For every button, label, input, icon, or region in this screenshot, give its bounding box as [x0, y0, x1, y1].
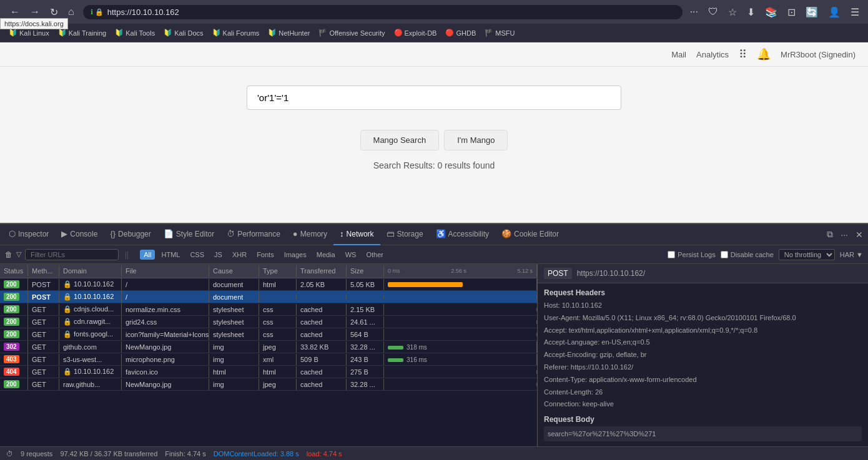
more-button[interactable]: ···: [838, 227, 851, 242]
layout-icon[interactable]: ⊡: [785, 4, 798, 21]
filter-all[interactable]: All: [140, 250, 155, 260]
search-results: Search Results: 0 results found: [373, 160, 495, 170]
kali-docs-icon: 🔰: [164, 29, 172, 37]
kali-training-icon: 🔰: [58, 29, 67, 37]
tab-memory[interactable]: ● Memory: [287, 224, 333, 245]
filter-xhr[interactable]: XHR: [229, 250, 250, 260]
notification-icon[interactable]: 🔔: [757, 47, 771, 61]
tab-inspector[interactable]: ⬡ Inspector: [2, 224, 55, 245]
grid-icon[interactable]: ⠿: [739, 47, 747, 61]
transferred-cell: cached: [297, 316, 347, 328]
bookmark-msfu-label: MSFU: [495, 29, 515, 37]
mango-search-button[interactable]: Mango Search: [360, 130, 440, 150]
clear-icon[interactable]: 🗑: [5, 250, 12, 259]
star-icon[interactable]: ☆: [726, 4, 739, 21]
filter-html[interactable]: HTML: [157, 250, 184, 260]
table-row[interactable]: 200 GET 🔒 cdn.rawgit... grid24.css style…: [0, 316, 537, 328]
library-icon[interactable]: 📚: [762, 4, 780, 21]
table-row[interactable]: 200 GET 🔒 cdnjs.cloud... normalize.min.c…: [0, 303, 537, 316]
network-options: Persist Logs Disable cache No throttling…: [668, 249, 863, 260]
filter-other[interactable]: Other: [362, 250, 387, 260]
table-row[interactable]: 403 GET s3-us-west... microphone.png img…: [0, 353, 537, 366]
file-cell: NewMango.jpg: [122, 379, 209, 390]
user-badge[interactable]: MrR3boot (Signedin): [781, 50, 856, 59]
domain-cell: s3-us-west...: [59, 354, 122, 365]
page-header: Mail Analytics ⠿ 🔔 MrR3boot (Signedin): [0, 42, 868, 67]
bookmark-msfu[interactable]: 🏴 MSFU: [481, 27, 518, 39]
address-bar[interactable]: [107, 7, 675, 17]
bookmark-kali-tools[interactable]: 🔰 Kali Tools: [111, 27, 159, 39]
transferred-cell: 2.05 KB: [297, 279, 347, 290]
table-row[interactable]: 200 GET 🔒 fonts.googl... icon?family=Mat…: [0, 328, 537, 341]
filter-fonts[interactable]: Fonts: [253, 250, 278, 260]
bookmark-kali-forums[interactable]: 🔰 Kali Forums: [209, 27, 264, 39]
table-row[interactable]: 200 GET raw.github... NewMango.jpg img j…: [0, 378, 537, 391]
search-input[interactable]: [247, 86, 621, 110]
network-rows[interactable]: 200 POST 🔒 10.10.10.162 / document html …: [0, 278, 537, 446]
shield-icon[interactable]: 🛡: [706, 4, 721, 20]
memory-icon: ●: [293, 229, 298, 238]
im-mango-button[interactable]: I'm Mango: [444, 130, 508, 150]
status-badge: 302: [4, 343, 19, 351]
bookmark-exploit-db[interactable]: 🔴 Exploit-DB: [390, 27, 441, 39]
filter-ws[interactable]: WS: [342, 250, 360, 260]
request-method-url: POST https://10.10.10.162/: [538, 264, 868, 283]
tab-network[interactable]: ↕ Network: [333, 224, 380, 245]
bookmark-kali-tools-label: Kali Tools: [126, 29, 155, 37]
tab-accessibility[interactable]: ♿ Accessibility: [430, 224, 495, 245]
tab-debugger[interactable]: {} Debugger: [104, 224, 157, 245]
expand-button[interactable]: ⧉: [824, 227, 836, 242]
more-icon[interactable]: ···: [688, 4, 701, 20]
status-badge: 404: [4, 368, 19, 376]
disable-cache-checkbox[interactable]: [721, 251, 728, 258]
analytics-link[interactable]: Analytics: [696, 50, 729, 59]
filter-images[interactable]: Images: [280, 250, 310, 260]
tab-style-editor[interactable]: 📄 Style Editor: [157, 224, 220, 245]
menu-icon[interactable]: ☰: [848, 4, 862, 21]
status-badge: 200: [4, 305, 19, 313]
type-cell: html: [259, 279, 297, 290]
mail-link[interactable]: Mail: [671, 50, 686, 59]
header-content-length: Content-Length: 26: [544, 386, 862, 399]
har-button[interactable]: HAR ▼: [840, 251, 863, 258]
tab-console[interactable]: ▶ Console: [55, 224, 104, 245]
tab-storage[interactable]: 🗃 Storage: [380, 224, 430, 245]
requests-count: 9 requests: [21, 450, 52, 458]
cause-cell: html: [209, 366, 259, 378]
network-filter-input[interactable]: [25, 249, 119, 260]
type-cell: [259, 295, 297, 299]
close-button[interactable]: ✕: [853, 227, 866, 242]
download-icon[interactable]: ⬇: [744, 4, 757, 21]
type-cell: jpeg: [259, 379, 297, 390]
devtools: ⬡ Inspector ▶ Console {} Debugger 📄 Styl…: [0, 223, 868, 460]
table-row[interactable]: 200 POST 🔒 10.10.10.162 / document html …: [0, 278, 537, 291]
network-icon: ↕: [340, 229, 344, 238]
bookmark-nethunter[interactable]: 🔰 NetHunter: [264, 27, 313, 39]
method-cell: GET: [28, 354, 59, 365]
size-cell: 24.61 ...: [347, 316, 384, 328]
tab-performance[interactable]: ⏱ Performance: [220, 224, 287, 245]
synced-icon[interactable]: 🔄: [803, 4, 821, 21]
bookmark-ghdb[interactable]: 🔴 GHDB: [441, 27, 480, 39]
throttle-select[interactable]: No throttling: [779, 249, 835, 260]
filter-media[interactable]: Media: [313, 250, 339, 260]
profile-icon[interactable]: 👤: [826, 4, 843, 21]
method-cell: GET: [28, 366, 59, 378]
filter-js[interactable]: JS: [210, 250, 226, 260]
domcontentloaded-time: DOMContentLoaded: 3.88 s: [214, 450, 299, 458]
bookmark-offensive-security[interactable]: 🏴 Offensive Security: [315, 27, 388, 39]
table-row[interactable]: 200 POST 🔒 10.10.10.162 / document: [0, 291, 537, 303]
persist-logs-checkbox[interactable]: [668, 251, 675, 258]
request-url: https://10.10.10.162/: [577, 269, 862, 278]
tab-cookie-editor[interactable]: 🍪 Cookie Editor: [495, 224, 565, 245]
address-bar-container[interactable]: ℹ 🔒: [83, 5, 683, 19]
table-row[interactable]: 404 GET 🔒 10.10.10.162 favicon.ico html …: [0, 366, 537, 378]
bookmark-offensive-security-label: Offensive Security: [329, 29, 385, 37]
filter-css[interactable]: CSS: [186, 250, 208, 260]
file-cell: /: [122, 291, 209, 303]
file-cell: normalize.min.css: [122, 304, 209, 315]
bookmark-kali-docs[interactable]: 🔰 Kali Docs: [160, 27, 207, 39]
request-body-title: Request Body: [538, 410, 868, 426]
table-row[interactable]: 302 GET github.com NewMango.jpg img jpeg…: [0, 341, 537, 353]
exploit-db-icon: 🔴: [394, 29, 403, 37]
